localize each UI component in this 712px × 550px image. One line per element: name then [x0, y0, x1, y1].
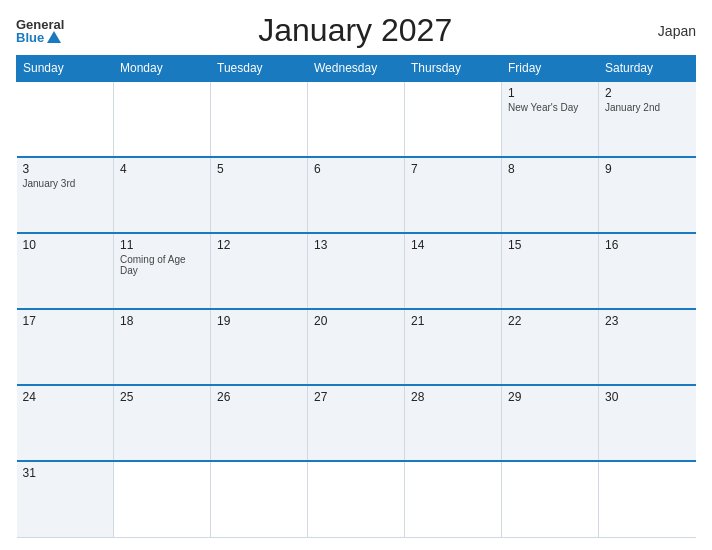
day-cell: 1New Year's Day	[502, 81, 599, 157]
day-cell: 22	[502, 309, 599, 385]
day-number: 6	[314, 162, 398, 176]
logo-general-text: General	[16, 18, 64, 31]
day-cell	[405, 461, 502, 537]
day-number: 3	[23, 162, 108, 176]
day-number: 7	[411, 162, 495, 176]
day-cell: 31	[17, 461, 114, 537]
day-cell: 24	[17, 385, 114, 461]
col-saturday: Saturday	[599, 56, 696, 82]
day-number: 15	[508, 238, 592, 252]
page-title: January 2027	[64, 12, 646, 49]
event-label: January 2nd	[605, 102, 690, 113]
day-number: 14	[411, 238, 495, 252]
day-cell	[17, 81, 114, 157]
logo-triangle-icon	[47, 31, 61, 43]
day-cell	[308, 81, 405, 157]
event-label: New Year's Day	[508, 102, 592, 113]
day-cell	[114, 461, 211, 537]
day-number: 30	[605, 390, 690, 404]
day-number: 19	[217, 314, 301, 328]
day-number: 17	[23, 314, 108, 328]
day-cell	[502, 461, 599, 537]
day-cell: 18	[114, 309, 211, 385]
day-cell: 10	[17, 233, 114, 309]
week-row-2: 3January 3rd456789	[17, 157, 696, 233]
day-cell: 27	[308, 385, 405, 461]
day-cell: 8	[502, 157, 599, 233]
day-cell	[211, 461, 308, 537]
day-cell: 3January 3rd	[17, 157, 114, 233]
day-number: 11	[120, 238, 204, 252]
day-number: 31	[23, 466, 108, 480]
day-cell: 4	[114, 157, 211, 233]
day-cell: 28	[405, 385, 502, 461]
calendar-body: 1New Year's Day2January 2nd3January 3rd4…	[17, 81, 696, 538]
col-sunday: Sunday	[17, 56, 114, 82]
week-row-3: 1011Coming of Age Day1213141516	[17, 233, 696, 309]
event-label: January 3rd	[23, 178, 108, 189]
week-row-4: 17181920212223	[17, 309, 696, 385]
day-cell: 12	[211, 233, 308, 309]
day-cell: 13	[308, 233, 405, 309]
day-number: 12	[217, 238, 301, 252]
event-label: Coming of Age Day	[120, 254, 204, 276]
day-number: 1	[508, 86, 592, 100]
day-number: 4	[120, 162, 204, 176]
logo-blue-row: Blue	[16, 31, 64, 44]
day-cell: 19	[211, 309, 308, 385]
day-cell: 29	[502, 385, 599, 461]
day-cell	[599, 461, 696, 537]
col-tuesday: Tuesday	[211, 56, 308, 82]
calendar-page: General Blue January 2027 Japan Sunday M…	[0, 0, 712, 550]
day-cell: 6	[308, 157, 405, 233]
day-cell: 26	[211, 385, 308, 461]
day-number: 8	[508, 162, 592, 176]
day-number: 23	[605, 314, 690, 328]
day-number: 27	[314, 390, 398, 404]
day-cell	[211, 81, 308, 157]
day-number: 26	[217, 390, 301, 404]
week-row-1: 1New Year's Day2January 2nd	[17, 81, 696, 157]
header: General Blue January 2027 Japan	[16, 12, 696, 49]
day-cell: 11Coming of Age Day	[114, 233, 211, 309]
country-label: Japan	[646, 23, 696, 39]
logo-blue-text: Blue	[16, 31, 44, 44]
week-row-6: 31	[17, 461, 696, 537]
day-number: 29	[508, 390, 592, 404]
day-cell: 21	[405, 309, 502, 385]
day-cell: 17	[17, 309, 114, 385]
day-cell	[114, 81, 211, 157]
day-cell: 9	[599, 157, 696, 233]
day-cell: 5	[211, 157, 308, 233]
day-number: 20	[314, 314, 398, 328]
day-number: 10	[23, 238, 108, 252]
week-row-5: 24252627282930	[17, 385, 696, 461]
col-monday: Monday	[114, 56, 211, 82]
day-number: 9	[605, 162, 690, 176]
calendar-table: Sunday Monday Tuesday Wednesday Thursday…	[16, 55, 696, 538]
day-number: 28	[411, 390, 495, 404]
weekday-row: Sunday Monday Tuesday Wednesday Thursday…	[17, 56, 696, 82]
day-number: 16	[605, 238, 690, 252]
day-cell: 2January 2nd	[599, 81, 696, 157]
col-thursday: Thursday	[405, 56, 502, 82]
day-number: 21	[411, 314, 495, 328]
day-cell: 25	[114, 385, 211, 461]
day-number: 13	[314, 238, 398, 252]
day-number: 18	[120, 314, 204, 328]
col-friday: Friday	[502, 56, 599, 82]
day-cell	[308, 461, 405, 537]
day-cell: 23	[599, 309, 696, 385]
day-number: 2	[605, 86, 690, 100]
day-cell	[405, 81, 502, 157]
logo: General Blue	[16, 18, 64, 44]
day-number: 22	[508, 314, 592, 328]
day-number: 25	[120, 390, 204, 404]
day-number: 5	[217, 162, 301, 176]
day-number: 24	[23, 390, 108, 404]
day-cell: 7	[405, 157, 502, 233]
day-cell: 30	[599, 385, 696, 461]
day-cell: 14	[405, 233, 502, 309]
col-wednesday: Wednesday	[308, 56, 405, 82]
day-cell: 20	[308, 309, 405, 385]
